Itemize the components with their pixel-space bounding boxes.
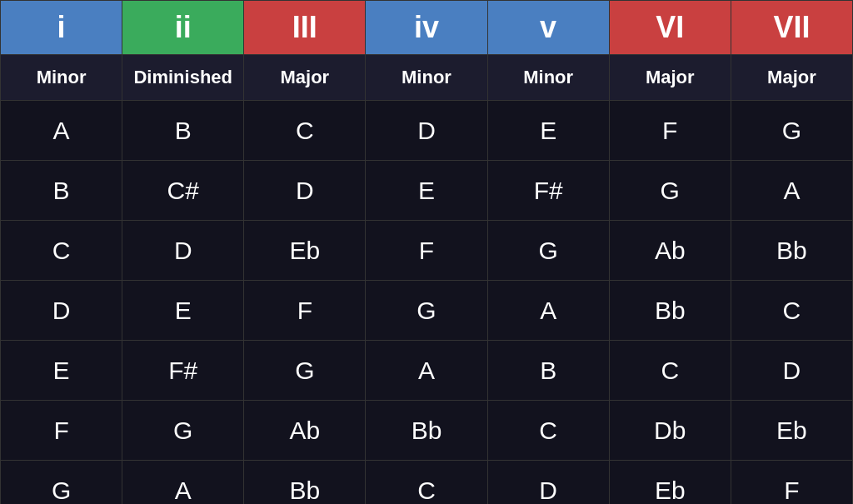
table-cell-r3-c2: F [244, 281, 366, 341]
table-cell-r6-c3: C [366, 461, 487, 505]
table-cell-r4-c4: B [487, 341, 609, 401]
column-header-vi: VI [609, 1, 731, 55]
column-subheader-5: Major [609, 55, 731, 101]
table-cell-r3-c6: C [731, 281, 852, 341]
table-cell-r0-c3: D [366, 101, 487, 161]
column-subheader-6: Major [731, 55, 852, 101]
table-cell-r5-c0: F [1, 401, 122, 461]
table-cell-r1-c4: F# [487, 161, 609, 221]
table-cell-r0-c0: A [1, 101, 122, 161]
table-cell-r6-c1: A [122, 461, 244, 505]
table-cell-r5-c5: Db [609, 401, 731, 461]
table-cell-r2-c1: D [122, 221, 244, 281]
table-cell-r5-c1: G [122, 401, 244, 461]
table-cell-r2-c3: F [366, 221, 487, 281]
table-cell-r1-c6: A [731, 161, 852, 221]
table-cell-r0-c5: F [609, 101, 731, 161]
table-cell-r6-c0: G [1, 461, 122, 505]
table-cell-r4-c5: C [609, 341, 731, 401]
table-cell-r4-c1: F# [122, 341, 244, 401]
column-header-v: v [487, 1, 609, 55]
table-cell-r0-c6: G [731, 101, 852, 161]
table-cell-r0-c4: E [487, 101, 609, 161]
table-cell-r6-c5: Eb [609, 461, 731, 505]
column-header-iv: iv [366, 1, 487, 55]
table-cell-r6-c6: F [731, 461, 852, 505]
table-cell-r5-c2: Ab [244, 401, 366, 461]
table-cell-r1-c0: B [1, 161, 122, 221]
table-cell-r6-c4: D [487, 461, 609, 505]
column-subheader-4: Minor [487, 55, 609, 101]
table-cell-r6-c2: Bb [244, 461, 366, 505]
table-cell-r1-c5: G [609, 161, 731, 221]
column-header-vii: VII [731, 1, 852, 55]
table-cell-r5-c3: Bb [366, 401, 487, 461]
table-cell-r2-c4: G [487, 221, 609, 281]
column-header-i: i [1, 1, 122, 55]
table-cell-r3-c0: D [1, 281, 122, 341]
table-cell-r4-c3: A [366, 341, 487, 401]
table-cell-r4-c0: E [1, 341, 122, 401]
table-cell-r4-c2: G [244, 341, 366, 401]
table-cell-r2-c5: Ab [609, 221, 731, 281]
table-cell-r2-c0: C [1, 221, 122, 281]
table-cell-r0-c2: C [244, 101, 366, 161]
table-cell-r4-c6: D [731, 341, 852, 401]
table-cell-r2-c2: Eb [244, 221, 366, 281]
table-cell-r1-c1: C# [122, 161, 244, 221]
column-subheader-2: Major [244, 55, 366, 101]
column-header-ii: ii [122, 1, 244, 55]
table-cell-r3-c3: G [366, 281, 487, 341]
table-cell-r3-c4: A [487, 281, 609, 341]
table-cell-r1-c3: E [366, 161, 487, 221]
column-subheader-1: Diminished [122, 55, 244, 101]
table-cell-r3-c5: Bb [609, 281, 731, 341]
table-cell-r2-c6: Bb [731, 221, 852, 281]
table-cell-r3-c1: E [122, 281, 244, 341]
column-subheader-0: Minor [1, 55, 122, 101]
table-cell-r5-c6: Eb [731, 401, 852, 461]
column-subheader-3: Minor [366, 55, 487, 101]
column-header-iii: III [244, 1, 366, 55]
table-cell-r5-c4: C [487, 401, 609, 461]
table-cell-r1-c2: D [244, 161, 366, 221]
chord-table: iiiIIIivvVIVII MinorDiminishedMajorMinor… [0, 0, 853, 504]
table-cell-r0-c1: B [122, 101, 244, 161]
